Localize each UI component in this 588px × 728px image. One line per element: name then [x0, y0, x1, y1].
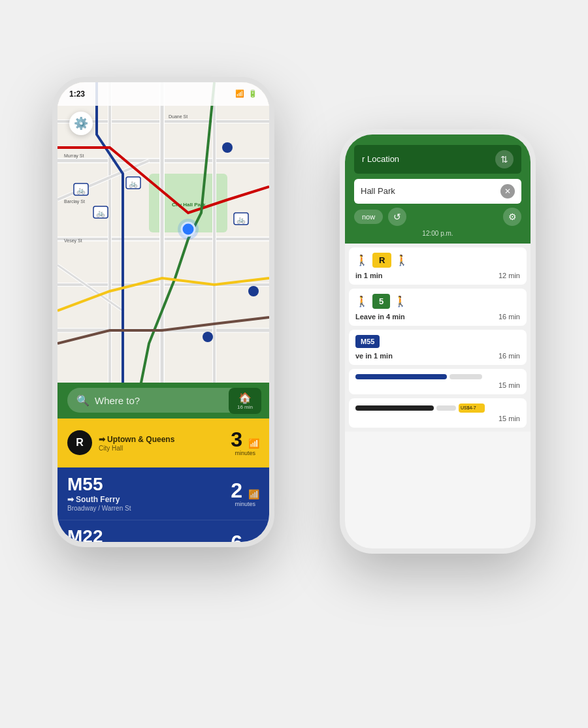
rp-close-button[interactable]: ✕	[500, 184, 515, 198]
arrival-info-r: 3 📶 minutes	[231, 429, 259, 456]
rp-card-footer-bar1: 15 min	[355, 381, 520, 389]
route-info-m22: M22 ➡ Lower E. Side FDR Dr Chambers St /…	[67, 528, 224, 542]
phone-left: 1:23 📶 🔋 City Hall Park	[52, 77, 274, 547]
route-stop-r: City Hall	[99, 445, 224, 452]
home-duration: 16 min	[237, 404, 253, 410]
battery-icon: 🔋	[248, 89, 257, 98]
rp-now-button[interactable]: now	[354, 210, 383, 224]
map-area: City Hall Park	[57, 82, 269, 409]
bar-seg-blue	[355, 374, 447, 379]
svg-text:Vesey St: Vesey St	[64, 238, 82, 244]
wifi-realtime-m22: 📶	[248, 541, 259, 542]
rp-trip-card-bar2[interactable]: US$4-7 15 min	[349, 398, 527, 428]
rp-card-footer-bar2: 15 min	[355, 415, 520, 422]
arrival-label-r: minutes	[235, 450, 255, 456]
wifi-realtime-m55: 📶	[248, 489, 259, 499]
rp-time-label: 12:00 p.m.	[354, 230, 521, 237]
svg-point-38	[178, 219, 199, 240]
search-bar[interactable]: 🔍 Where to? 🏠 16 min	[57, 383, 269, 419]
transit-rows: R ➡ Uptown & Queens City Hall 3 📶	[57, 419, 269, 542]
direction-icon-r: ➡	[99, 435, 105, 444]
svg-text:🚲: 🚲	[237, 215, 246, 224]
bar-seg-gray	[449, 374, 482, 379]
bar-seg-gray2	[436, 405, 456, 411]
walk-icon2-5: 🚶	[394, 295, 407, 308]
route-name-m55: M55	[67, 475, 224, 494]
transit-row-m55[interactable]: M55 ➡ South Ferry Broadway / Warren St 2…	[57, 467, 269, 520]
home-icon: 🏠	[238, 392, 252, 404]
rp-swap-button[interactable]: ⇅	[495, 150, 514, 168]
svg-text:Barclay St: Barclay St	[64, 199, 85, 204]
arrival-num-m22: 6 📶	[231, 532, 259, 542]
rp-controls-row: now ↺ ⚙	[354, 208, 521, 226]
status-bar: 1:23 📶 🔋	[57, 82, 269, 106]
home-badge[interactable]: 🏠 16 min	[229, 388, 261, 414]
route-stop-m55: Broadway / Warren St	[67, 505, 224, 512]
rp-current-location: r Location	[362, 154, 399, 164]
rp-card-header-5: 🚶 5 🚶	[355, 294, 520, 309]
arrival-label-m55: minutes	[235, 501, 255, 507]
route-direction-r: ➡ Uptown & Queens	[99, 435, 224, 444]
transit-row-m22[interactable]: M22 ➡ Lower E. Side FDR Dr Chambers St /…	[57, 520, 269, 542]
status-right: 📶 🔋	[235, 89, 257, 98]
right-phone-header: r Location ⇅ Hall Park ✕ now ↺ ⚙ 12:00 p…	[345, 135, 531, 244]
rp-duration-bar2: 15 min	[498, 415, 520, 422]
rp-route-pill-m55: M55	[355, 335, 380, 348]
svg-text:🚲: 🚲	[96, 208, 105, 217]
transit-row-r[interactable]: R ➡ Uptown & Queens City Hall 3 📶	[57, 419, 269, 467]
route-info-r: ➡ Uptown & Queens City Hall	[99, 434, 224, 452]
rp-leave-5: Leave in 4 min	[355, 313, 405, 321]
svg-text:Murray St: Murray St	[64, 153, 84, 159]
left-phone-screen: 1:23 📶 🔋 City Hall Park	[57, 82, 269, 542]
rp-card-footer-r: in 1 min 12 min	[355, 272, 520, 279]
walk-icon-r: 🚶	[355, 254, 368, 266]
arrival-num-m55: 2 📶	[231, 480, 259, 501]
gear-button[interactable]: ⚙️	[69, 112, 93, 135]
rp-trip-card-bar1[interactable]: 15 min	[349, 369, 527, 394]
bar-seg-dark	[355, 405, 434, 411]
phones-container: 1:23 📶 🔋 City Hall Park	[39, 44, 549, 684]
wifi-icon: 📶	[235, 89, 244, 98]
arrival-info-m55: 2 📶 minutes	[231, 480, 259, 507]
rp-card-footer-m55: ve in 1 min 16 min	[355, 352, 520, 360]
rp-trip-card-m55[interactable]: M55 ve in 1 min 16 min	[349, 330, 527, 365]
arrival-num-r: 3 📶	[231, 429, 259, 450]
rp-duration-m55: 16 min	[498, 352, 520, 360]
rp-trip-card-r[interactable]: 🚶 R 🚶 in 1 min 12 min	[349, 247, 527, 285]
phone-right: r Location ⇅ Hall Park ✕ now ↺ ⚙ 12:00 p…	[340, 129, 536, 554]
walk-icon-5: 🚶	[355, 295, 368, 308]
rp-leave-r: in 1 min	[355, 272, 383, 279]
rp-now-label: now	[362, 213, 375, 221]
route-info-m55: M55 ➡ South Ferry Broadway / Warren St	[67, 475, 224, 512]
rp-location-row: r Location ⇅	[354, 145, 521, 174]
svg-text:🚲: 🚲	[76, 185, 86, 195]
rp-bar-row-2: US$4-7	[355, 404, 520, 413]
rp-duration-bar1: 15 min	[498, 381, 520, 389]
rp-bar-row-1	[355, 374, 520, 379]
rp-leave-m55: ve in 1 min	[355, 352, 393, 360]
rp-card-header-m55: M55	[355, 335, 520, 348]
rp-destination-text: Hall Park	[361, 186, 495, 196]
status-time: 1:23	[69, 89, 85, 99]
rp-duration-5: 16 min	[498, 313, 520, 321]
search-placeholder: Where to?	[95, 395, 140, 406]
rp-gear-button[interactable]: ⚙	[503, 208, 521, 226]
rp-duration-r: 12 min	[498, 272, 520, 279]
rp-refresh-button[interactable]: ↺	[388, 208, 406, 226]
search-icon: 🔍	[76, 394, 90, 407]
wifi-realtime-r: 📶	[248, 438, 259, 449]
direction-icon-m55: ➡	[67, 495, 74, 504]
rp-route-pill-5: 5	[372, 294, 390, 309]
arrival-info-m22: 6 📶 minutes	[231, 532, 259, 542]
svg-text:🚲: 🚲	[129, 179, 138, 188]
svg-text:Duane St: Duane St	[169, 114, 188, 119]
walk-icon2-r: 🚶	[395, 254, 408, 266]
rp-trip-card-5[interactable]: 🚶 5 🚶 Leave in 4 min 16 min	[349, 289, 527, 326]
route-id-r: R	[76, 437, 84, 449]
rp-card-footer-5: Leave in 4 min 16 min	[355, 313, 520, 321]
bar-seg-price: US$4-7	[459, 404, 485, 413]
route-name-m22: M22	[67, 528, 224, 542]
rp-card-header-r: 🚶 R 🚶	[355, 253, 520, 268]
rp-destination-row[interactable]: Hall Park ✕	[354, 179, 521, 204]
right-phone-screen: r Location ⇅ Hall Park ✕ now ↺ ⚙ 12:00 p…	[345, 135, 531, 548]
